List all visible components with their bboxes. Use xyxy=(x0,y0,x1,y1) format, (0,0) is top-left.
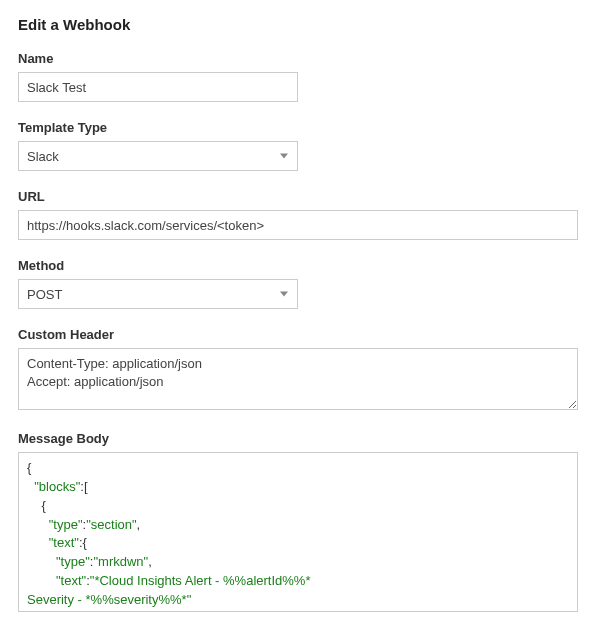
custom-header-textarea[interactable]: Content-Type: application/json Accept: a… xyxy=(18,348,578,410)
name-label: Name xyxy=(18,51,572,66)
message-body-label: Message Body xyxy=(18,431,572,446)
message-body-field-group: Message Body { "blocks":[ { "type":"sect… xyxy=(18,431,572,612)
template-type-select[interactable]: Slack xyxy=(18,141,298,171)
name-field-group: Name xyxy=(18,51,572,102)
template-type-field-group: Template Type Slack xyxy=(18,120,572,171)
name-input[interactable] xyxy=(18,72,298,102)
method-field-group: Method POST xyxy=(18,258,572,309)
template-type-label: Template Type xyxy=(18,120,572,135)
url-input[interactable] xyxy=(18,210,578,240)
message-body-textarea[interactable]: { "blocks":[ { "type":"section", "text":… xyxy=(18,452,578,612)
page-title: Edit a Webhook xyxy=(18,16,572,33)
custom-header-label: Custom Header xyxy=(18,327,572,342)
method-value: POST xyxy=(27,287,62,302)
method-select[interactable]: POST xyxy=(18,279,298,309)
method-label: Method xyxy=(18,258,572,273)
url-label: URL xyxy=(18,189,572,204)
url-field-group: URL xyxy=(18,189,572,240)
template-type-value: Slack xyxy=(27,149,59,164)
custom-header-field-group: Custom Header Content-Type: application/… xyxy=(18,327,572,413)
